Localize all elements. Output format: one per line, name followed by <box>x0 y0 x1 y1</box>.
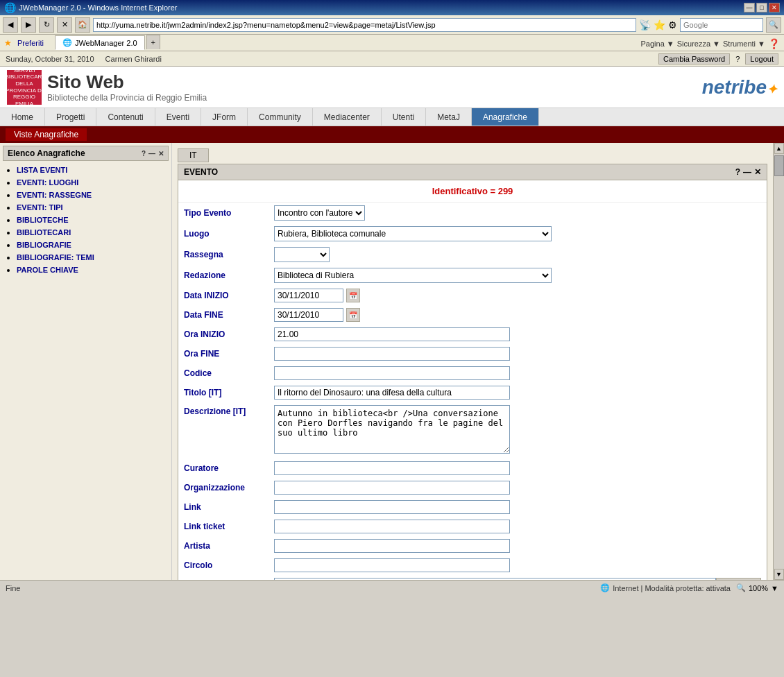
luogo-select[interactable]: Rubiera, Biblioteca comunale <box>274 226 552 241</box>
list-item: BIBLIOTECHE <box>17 215 169 225</box>
rss-icon: 📡 <box>639 19 651 31</box>
subnav-viste-anagrafiche[interactable]: Viste Anagrafiche <box>6 128 87 141</box>
lang-tab[interactable]: IT <box>178 148 209 162</box>
minimize-button[interactable]: — <box>744 3 755 12</box>
search-button[interactable]: 🔍 <box>766 17 781 33</box>
tab-jwm[interactable]: 🌐 JWebManager 2.0 <box>55 35 145 50</box>
nav-metaj[interactable]: MetaJ <box>426 108 472 126</box>
redazione-select[interactable]: Biblioteca di Rubiera <box>274 268 552 283</box>
sidebar-item-bibliografie-temi[interactable]: BIBLIOGRAFIE: TEMI <box>17 253 94 262</box>
panel-close-icon[interactable]: ✕ <box>754 167 761 177</box>
panel-minimize-icon[interactable]: — <box>743 167 751 177</box>
app-logo-icon: SERVIZI BIBLIOTECARI DELLA PROVINCIA DI … <box>7 70 42 105</box>
identificativo-text: Identificativo = 299 <box>432 186 513 196</box>
list-item: BIBLIOGRAFIE <box>17 240 169 250</box>
link-input[interactable] <box>274 500 510 514</box>
tab-new[interactable]: + <box>146 35 160 49</box>
data-fine-cal-button[interactable]: 📅 <box>346 308 360 322</box>
titolo-input[interactable] <box>274 386 510 400</box>
data-inizio-cell: 📅 <box>269 286 767 305</box>
tipo-evento-label: Tipo Evento <box>178 203 269 223</box>
row-data-fine: Data FINE 📅 <box>178 305 767 325</box>
back-button[interactable]: ◀ <box>3 17 18 33</box>
rassegna-select[interactable] <box>274 247 330 262</box>
tipo-evento-select[interactable]: Incontro con l'autore <box>274 205 365 221</box>
window-controls[interactable]: — □ ✕ <box>744 3 780 12</box>
address-input[interactable] <box>93 18 636 32</box>
nav-jform[interactable]: JForm <box>201 108 248 126</box>
cambia-password-button[interactable]: Cambia Password <box>658 53 730 65</box>
strumenti-menu[interactable]: Strumenti ▼ <box>723 40 765 48</box>
panel-help-icon[interactable]: ? <box>735 167 740 177</box>
immagine-sfoglia-button[interactable]: Sfoglia... <box>716 578 761 580</box>
sidebar-close-icon[interactable]: ✕ <box>158 150 164 157</box>
nav-community[interactable]: Community <box>248 108 313 126</box>
sidebar-item-parole-chiave[interactable]: PAROLE CHIAVE <box>17 266 78 274</box>
data-fine-input[interactable] <box>274 308 343 322</box>
close-button[interactable]: ✕ <box>769 3 780 12</box>
nav-utenti[interactable]: Utenti <box>382 108 426 126</box>
sidebar-item-bibliotecari[interactable]: BIBLIOTECARI <box>17 228 71 237</box>
data-inizio-input[interactable] <box>274 289 343 302</box>
artista-input[interactable] <box>274 539 510 553</box>
list-item: LISTA EVENTI <box>17 165 169 175</box>
ora-inizio-input[interactable] <box>274 327 510 341</box>
nav-anagrafiche[interactable]: Anagrafiche <box>472 108 539 126</box>
maximize-button[interactable]: □ <box>756 3 767 12</box>
codice-input[interactable] <box>274 366 510 380</box>
row-rassegna: Rassegna <box>178 244 767 265</box>
nav-contenuti[interactable]: Contenuti <box>96 108 155 126</box>
scrollbar-down[interactable]: ▼ <box>774 569 784 580</box>
app-subtitle: Biblioteche della Provincia di Reggio Em… <box>47 93 207 103</box>
organizzazione-cell <box>269 478 767 497</box>
zoom-control[interactable]: 🔍 100% ▼ <box>736 583 778 592</box>
home-button[interactable]: 🏠 <box>75 17 90 33</box>
scrollbar-up[interactable]: ▲ <box>774 143 784 154</box>
sicurezza-menu[interactable]: Sicurezza ▼ <box>677 40 720 48</box>
ora-fine-input[interactable] <box>274 347 510 361</box>
sidebar-item-bibliografie[interactable]: BIBLIOGRAFIE <box>17 241 71 249</box>
search-input[interactable] <box>680 18 763 32</box>
circolo-input[interactable] <box>274 558 510 572</box>
luogo-label: Luogo <box>178 223 269 244</box>
help-icon-info[interactable]: ? <box>735 55 740 63</box>
forward-button[interactable]: ▶ <box>21 17 36 33</box>
descrizione-label: Descrizione [IT] <box>178 402 269 459</box>
sub-nav: Viste Anagrafiche <box>0 126 784 143</box>
stop-button[interactable]: ✕ <box>57 17 72 33</box>
titolo-cell <box>269 383 767 402</box>
immagine-file-input[interactable] <box>274 578 716 580</box>
tipo-evento-cell: Incontro con l'autore <box>269 203 767 223</box>
sidebar: Elenco Anagrafiche ? — ✕ LISTA EVENTI EV… <box>0 143 172 580</box>
nav-home[interactable]: Home <box>0 108 45 126</box>
curatore-input[interactable] <box>274 461 510 475</box>
ie-icon: 🌐 <box>4 2 16 13</box>
link-ticket-input[interactable] <box>274 520 510 533</box>
sidebar-item-biblioteche[interactable]: BIBLIOTECHE <box>17 216 69 224</box>
help-icon-tab[interactable]: ❓ <box>768 38 780 49</box>
favorites-icon: ⭐ <box>654 19 665 31</box>
circolo-cell <box>269 556 767 575</box>
scrollbar[interactable]: ▲ ▼ <box>773 143 784 580</box>
sidebar-item-eventi-tipi[interactable]: EVENTI: TIPI <box>17 203 63 212</box>
preferiti-label[interactable]: Preferiti <box>17 39 44 47</box>
sidebar-item-eventi-rassegne[interactable]: EVENTI: RASSEGNE <box>17 191 92 199</box>
data-inizio-cal-button[interactable]: 📅 <box>346 289 360 302</box>
zoom-dropdown-icon[interactable]: ▼ <box>771 584 778 592</box>
refresh-button[interactable]: ↻ <box>39 17 54 33</box>
descrizione-textarea[interactable]: Autunno in biblioteca<br />Una conversaz… <box>274 405 510 454</box>
sidebar-minimize-icon[interactable]: — <box>148 150 155 157</box>
sidebar-help-icon[interactable]: ? <box>142 150 146 157</box>
sidebar-item-lista-eventi[interactable]: LISTA EVENTI <box>17 166 67 174</box>
data-inizio-wrap: 📅 <box>274 289 761 302</box>
nav-mediacenter[interactable]: Mediacenter <box>313 108 382 126</box>
tools-icon-addr: ⚙ <box>668 19 677 31</box>
nav-progetti[interactable]: Progetti <box>45 108 96 126</box>
logout-button[interactable]: Logout <box>745 53 778 65</box>
scrollbar-thumb[interactable] <box>774 155 784 176</box>
nav-eventi[interactable]: Eventi <box>155 108 201 126</box>
organizzazione-input[interactable] <box>274 481 510 495</box>
sidebar-item-eventi-luoghi[interactable]: EVENTI: LUOGHI <box>17 178 78 187</box>
info-bar: Sunday, October 31, 2010 Carmen Ghirardi… <box>0 51 784 67</box>
pagina-menu[interactable]: Pagina ▼ <box>641 40 674 48</box>
